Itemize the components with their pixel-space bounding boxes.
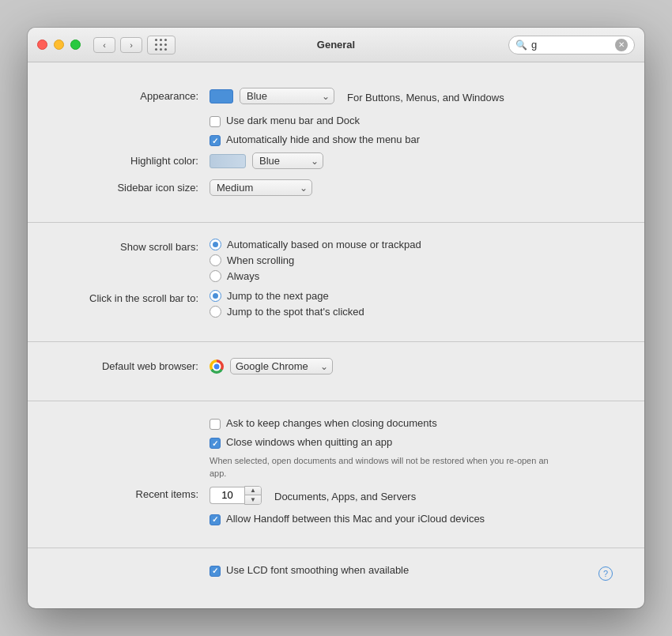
blue-swatch xyxy=(210,89,233,103)
highlight-color-control: Blue xyxy=(210,152,613,169)
grid-icon xyxy=(155,39,168,51)
scroll-section: Show scroll bars: Automatically based on… xyxy=(28,229,644,335)
appearance-select[interactable]: Blue xyxy=(240,88,334,104)
click-spot-row: Jump to the spot that's clicked xyxy=(210,306,364,318)
close-windows-label: Close windows when quitting an app xyxy=(226,436,392,448)
appearance-select-wrapper[interactable]: Blue xyxy=(240,88,334,104)
search-input[interactable] xyxy=(531,39,611,51)
click-next-page-label: Jump to the next page xyxy=(227,290,329,302)
dark-menu-row: Use dark menu bar and Dock xyxy=(210,115,613,127)
click-scroll-radio-group: Jump to the next page Jump to the spot t… xyxy=(210,290,364,318)
click-spot-radio[interactable] xyxy=(210,306,221,318)
click-spot-label: Jump to the spot that's clicked xyxy=(227,306,364,318)
maximize-button[interactable] xyxy=(70,40,81,50)
highlight-color-row: Highlight color: Blue xyxy=(59,152,613,171)
recent-items-row: Recent items: 10 ▲ ▼ Documents, Apps, an… xyxy=(59,486,613,505)
scroll-scrolling-row: When scrolling xyxy=(210,254,421,266)
content-area: Appearance: Blue For Buttons, Menus, and… xyxy=(28,62,644,608)
show-scroll-bars-label: Show scroll bars: xyxy=(59,239,210,253)
highlight-select-group: Blue xyxy=(210,152,323,169)
scroll-always-label: Always xyxy=(227,270,259,282)
handoff-label: Allow Handoff between this Mac and your … xyxy=(226,513,485,525)
divider-4 xyxy=(28,548,644,548)
appearance-select-group: Blue For Buttons, Menus, and Windows xyxy=(210,88,504,104)
stepper-value: 10 xyxy=(210,487,244,504)
keep-changes-checkbox[interactable] xyxy=(210,419,221,430)
click-scroll-bar-row: Click in the scroll bar to: Jump to the … xyxy=(59,290,613,318)
search-clear-button[interactable]: ✕ xyxy=(615,39,628,51)
close-windows-row: Close windows when quitting an app xyxy=(210,436,613,449)
dark-menu-label: Use dark menu bar and Dock xyxy=(226,115,360,126)
divider-3 xyxy=(28,401,644,401)
appearance-label: Appearance: xyxy=(59,88,210,102)
grid-button[interactable] xyxy=(147,36,176,55)
close-button[interactable] xyxy=(37,40,47,50)
forward-button[interactable]: › xyxy=(120,37,142,53)
scroll-auto-row: Automatically based on mouse or trackpad xyxy=(210,239,421,250)
documents-section: Ask to keep changes when closing documen… xyxy=(28,408,644,541)
keep-changes-label: Ask to keep changes when closing documen… xyxy=(226,417,437,429)
close-windows-checkbox[interactable] xyxy=(210,438,221,449)
auto-hide-menu-row: Automatically hide and show the menu bar xyxy=(210,134,613,146)
back-button[interactable]: ‹ xyxy=(93,37,115,53)
scroll-scrolling-label: When scrolling xyxy=(227,254,294,266)
appearance-control: Blue For Buttons, Menus, and Windows xyxy=(210,88,613,104)
scroll-auto-radio[interactable] xyxy=(210,239,221,250)
traffic-lights xyxy=(37,40,81,50)
auto-hide-menu-checkbox[interactable] xyxy=(210,135,221,146)
handoff-checkbox[interactable] xyxy=(210,514,221,525)
search-box[interactable]: 🔍 ✕ xyxy=(508,36,635,55)
chrome-icon xyxy=(210,359,224,374)
help-button[interactable]: ? xyxy=(598,566,613,581)
stepper-down[interactable]: ▼ xyxy=(245,495,261,504)
lcd-section: Use LCD font smoothing when available ? xyxy=(28,555,644,593)
lcd-label: Use LCD font smoothing when available xyxy=(226,564,409,576)
search-icon: 🔍 xyxy=(515,40,527,51)
window-title: General xyxy=(317,39,355,51)
scroll-always-row: Always xyxy=(210,270,421,282)
default-browser-row: Default web browser: Google Chrome xyxy=(59,358,613,377)
click-scroll-bar-label: Click in the scroll bar to: xyxy=(59,290,210,304)
forward-icon: › xyxy=(130,40,133,50)
highlight-swatch xyxy=(210,154,246,168)
show-scroll-bars-control: Automatically based on mouse or trackpad… xyxy=(210,239,613,282)
auto-hide-menu-label: Automatically hide and show the menu bar xyxy=(226,134,420,145)
click-next-page-row: Jump to the next page xyxy=(210,290,364,302)
highlight-select-wrapper[interactable]: Blue xyxy=(252,152,323,169)
browser-select-wrapper[interactable]: Google Chrome xyxy=(230,358,333,374)
highlight-select[interactable]: Blue xyxy=(252,152,323,169)
recent-items-control: 10 ▲ ▼ Documents, Apps, and Servers xyxy=(210,486,613,505)
click-scroll-bar-control: Jump to the next page Jump to the spot t… xyxy=(210,290,613,318)
sidebar-icon-size-control: Medium xyxy=(210,179,613,196)
stepper-arrows[interactable]: ▲ ▼ xyxy=(244,486,262,505)
settings-window: ‹ › General 🔍 ✕ Appearance: xyxy=(28,28,644,608)
sidebar-icon-size-label: Sidebar icon size: xyxy=(59,179,210,194)
titlebar: ‹ › General 🔍 ✕ xyxy=(28,28,644,62)
keep-changes-row: Ask to keep changes when closing documen… xyxy=(210,417,613,430)
divider-2 xyxy=(28,341,644,342)
default-browser-control: Google Chrome xyxy=(210,358,613,374)
lcd-checkbox[interactable] xyxy=(210,566,221,577)
browser-section: Default web browser: Google Chrome xyxy=(28,348,644,394)
nav-buttons: ‹ › xyxy=(93,37,142,53)
appearance-row: Appearance: Blue For Buttons, Menus, and… xyxy=(59,88,613,107)
recent-items-stepper[interactable]: 10 ▲ ▼ xyxy=(210,486,262,505)
browser-select[interactable]: Google Chrome xyxy=(230,358,333,374)
divider-1 xyxy=(28,222,644,223)
stepper-up[interactable]: ▲ xyxy=(245,487,261,495)
dark-menu-checkbox[interactable] xyxy=(210,116,221,127)
recent-items-group: 10 ▲ ▼ Documents, Apps, and Servers xyxy=(210,486,416,505)
sidebar-icon-size-select-wrapper[interactable]: Medium xyxy=(210,179,312,196)
highlight-color-label: Highlight color: xyxy=(59,152,210,167)
back-icon: ‹ xyxy=(103,40,106,50)
sidebar-icon-size-select[interactable]: Medium xyxy=(210,179,312,196)
scroll-always-radio[interactable] xyxy=(210,270,221,282)
lcd-row: Use LCD font smoothing when available ? xyxy=(59,564,613,583)
handoff-row: Allow Handoff between this Mac and your … xyxy=(210,513,613,525)
appearance-helper: For Buttons, Menus, and Windows xyxy=(347,89,504,103)
click-next-page-radio[interactable] xyxy=(210,290,221,302)
scroll-scrolling-radio[interactable] xyxy=(210,254,221,266)
minimize-button[interactable] xyxy=(54,40,64,50)
scroll-auto-label: Automatically based on mouse or trackpad xyxy=(227,239,421,250)
browser-select-group: Google Chrome xyxy=(210,358,333,374)
